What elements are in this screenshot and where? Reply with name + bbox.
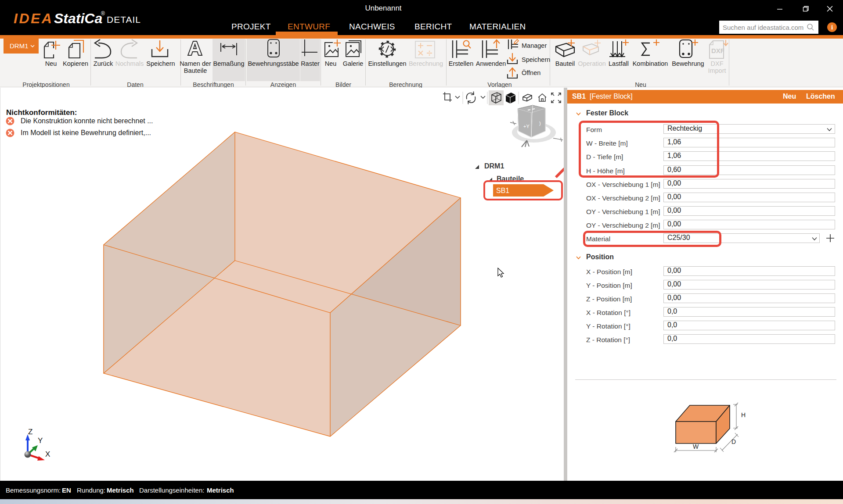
svg-text:+Y: +Y <box>523 124 530 129</box>
svg-text:DXF: DXF <box>711 47 724 54</box>
svg-text:W: W <box>693 443 699 450</box>
svg-text:H: H <box>741 411 746 418</box>
svg-text:Y: Y <box>38 436 43 445</box>
svg-text:X: X <box>45 450 50 458</box>
svg-text:D: D <box>731 438 736 445</box>
svg-text:): ) <box>539 121 541 126</box>
svg-text:Z: Z <box>28 428 32 436</box>
